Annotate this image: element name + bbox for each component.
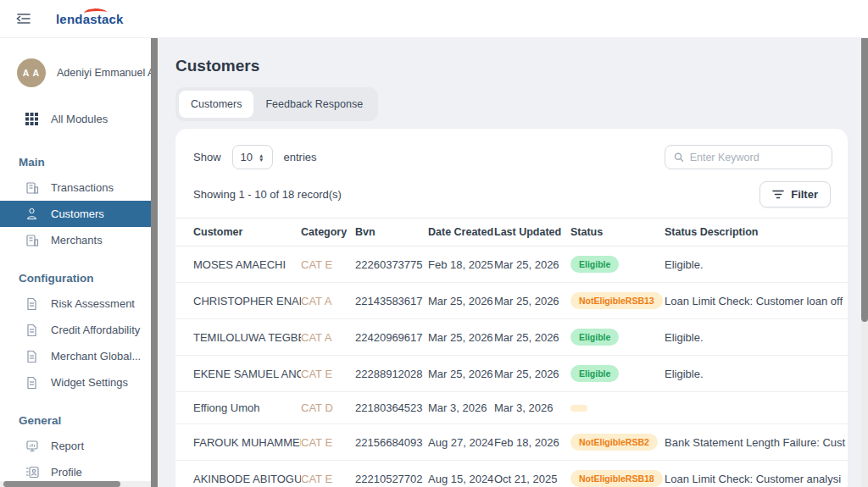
cell-bvn: 22210527702 — [355, 461, 428, 487]
sidebar-item-report[interactable]: Report — [0, 433, 151, 459]
profile-icon — [25, 465, 39, 479]
cell-status-description: Bank Statement Length Failure: Cust — [665, 424, 848, 461]
merchants-icon — [25, 233, 39, 247]
scrollbar-thumb[interactable] — [3, 481, 120, 487]
cell-category: CAT E — [301, 356, 355, 392]
sidebar-item-label: Merchant Global... — [51, 350, 141, 362]
col-date-created: Date Created — [428, 219, 494, 246]
page-title: Customers — [175, 57, 843, 75]
cell-customer: FAROUK MUHAMMED — [175, 424, 301, 461]
status-badge: NotEligibleRSB13 — [570, 292, 663, 309]
table-row[interactable]: Effiong Umoh CAT D 22180364523 Mar 3, 20… — [175, 392, 848, 424]
person-icon — [25, 207, 39, 221]
logo-swoosh-accent — [84, 8, 107, 14]
col-bvn: Bvn — [355, 219, 428, 246]
cell-customer: TEMILOLUWA TEGBE — [175, 319, 301, 356]
cell-bvn: 22180364523 — [355, 392, 428, 424]
cell-last-updated: Mar 25, 2026 — [494, 319, 570, 356]
status-label: NotEligibleRSB13 — [579, 296, 654, 306]
sidebar-item-all-modules[interactable]: All Modules — [0, 106, 151, 132]
table-row[interactable]: EKENE SAMUEL ANOLUE CAT E 22288912028 Ma… — [175, 356, 848, 392]
scrollbar-thumb[interactable] — [861, 38, 868, 322]
cell-date-created: Mar 3, 2026 — [428, 392, 494, 424]
cell-status: NotEligibleRSB2 — [570, 424, 665, 461]
main-content: Customers Customers Feedback Response Sh… — [158, 38, 861, 487]
cell-date-created: Aug 15, 2024 — [428, 461, 494, 487]
cell-bvn: 22156684093 — [355, 424, 428, 461]
sidebar-item-label: Profile — [51, 466, 82, 479]
cell-bvn: 22288912028 — [355, 356, 428, 392]
status-label: Eligible — [579, 332, 610, 342]
cell-last-updated: Oct 21, 2025 — [494, 461, 570, 487]
cell-customer: AKINBODE ABITOGUN — [175, 461, 301, 487]
col-last-updated: Last Updated — [494, 219, 570, 246]
cell-status: NotEligibleRSB18 — [570, 461, 665, 487]
cell-category: CAT E — [301, 246, 355, 283]
cell-bvn: 22260373775 — [355, 246, 428, 283]
cell-customer: Effiong Umoh — [175, 392, 301, 424]
sidebar-item-label: All Modules — [51, 113, 108, 125]
cell-last-updated: Mar 3, 2026 — [494, 392, 570, 424]
status-label: Eligible — [579, 259, 610, 269]
customers-card: Show 10 ▲▼ entries Showing 1 - 10 of 18 … — [175, 129, 848, 487]
cell-status: Eligible — [570, 319, 665, 356]
cell-customer: EKENE SAMUEL ANOLUE — [175, 356, 301, 392]
cell-date-created: Aug 27, 2024 — [428, 424, 494, 461]
col-status: Status — [570, 219, 665, 246]
sidebar-horizontal-scrollbar[interactable] — [0, 481, 151, 487]
cell-status-description: Loan Limit Check: Customer loan off — [665, 283, 848, 319]
cell-date-created: Feb 18, 2025 — [428, 246, 494, 283]
select-arrows-icon: ▲▼ — [259, 153, 264, 162]
page-size-select[interactable]: 10 ▲▼ — [232, 145, 273, 169]
cell-category: CAT E — [301, 424, 355, 461]
sidebar-item-label: Report — [51, 440, 84, 452]
cell-category: CAT D — [301, 392, 355, 424]
table-row[interactable]: TEMILOLUWA TEGBE CAT A 22420969617 Mar 2… — [175, 319, 848, 356]
sidebar-vertical-scrollbar[interactable] — [151, 38, 158, 487]
sidebar-item-transactions[interactable]: Transactions — [0, 174, 151, 201]
user-profile-row[interactable]: A A Adeniyi Emmanuel Ad — [0, 58, 151, 87]
search-icon — [674, 152, 684, 163]
tab-feedback-response[interactable]: Feedback Response — [253, 91, 375, 118]
cell-last-updated: Mar 25, 2026 — [494, 283, 570, 319]
keyword-search[interactable] — [665, 145, 832, 169]
sidebar-section-configuration: Configuration — [0, 272, 151, 285]
sidebar-item-widget-settings[interactable]: Widget Settings — [0, 369, 151, 396]
sidebar-item-customers[interactable]: Customers — [0, 201, 151, 227]
table-row[interactable]: CHRISTOPHER ENABOIFO CAT A 22143583617 M… — [175, 283, 848, 319]
status-label: NotEligibleRSB2 — [579, 437, 649, 447]
app-logo[interactable]: lendastack — [56, 12, 124, 26]
sidebar-section-general: General — [0, 414, 151, 427]
page-size-control: Show 10 ▲▼ entries — [193, 145, 317, 169]
filter-icon — [772, 190, 784, 199]
cell-date-created: Mar 25, 2026 — [428, 319, 494, 356]
sidebar-item-merchant-global[interactable]: Merchant Global... — [0, 343, 151, 369]
sidebar-item-credit-affordability[interactable]: Credit Affordability — [0, 317, 151, 343]
search-input[interactable] — [690, 152, 823, 163]
status-badge: NotEligibleRSB2 — [570, 434, 658, 451]
table-row[interactable]: MOSES AMAECHI CAT E 22260373775 Feb 18, … — [175, 246, 848, 283]
sidebar-item-label: Transactions — [51, 181, 114, 194]
table-row[interactable]: AKINBODE ABITOGUN CAT E 22210527702 Aug … — [175, 461, 848, 487]
sidebar-item-risk-assessment[interactable]: Risk Assessment — [0, 291, 151, 317]
cell-category: CAT A — [301, 283, 355, 319]
cell-date-created: Mar 25, 2026 — [428, 283, 494, 319]
filter-button[interactable]: Filter — [760, 181, 831, 208]
cell-status — [570, 392, 665, 424]
page-size-value: 10 — [241, 151, 253, 163]
scrollbar-thumb[interactable] — [151, 38, 158, 487]
sidebar-item-label: Credit Affordability — [51, 324, 140, 336]
cell-status: NotEligibleRSB13 — [570, 283, 665, 319]
status-badge: NotEligibleRSB18 — [570, 470, 663, 487]
status-badge: Eligible — [570, 365, 619, 382]
page-vertical-scrollbar[interactable] — [861, 38, 868, 487]
table-row[interactable]: FAROUK MUHAMMED CAT E 22156684093 Aug 27… — [175, 424, 848, 461]
document-icon — [25, 349, 39, 363]
sidebar-toggle-icon[interactable] — [15, 11, 34, 26]
tab-customers[interactable]: Customers — [179, 91, 253, 118]
sidebar-item-merchants[interactable]: Merchants — [0, 227, 151, 253]
col-status-description: Status Description — [665, 219, 848, 246]
cell-last-updated: Mar 25, 2026 — [494, 356, 570, 392]
status-badge: Eligible — [570, 256, 619, 273]
top-navbar: lendastack — [0, 0, 868, 38]
